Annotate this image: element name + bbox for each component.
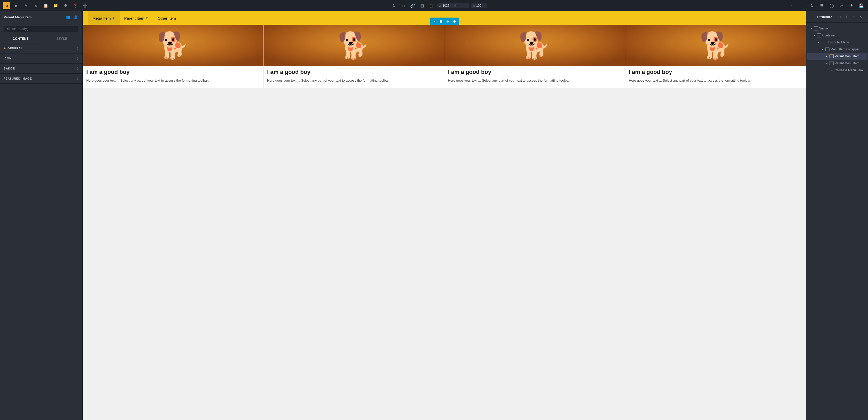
copy-icon[interactable]: 📋 bbox=[42, 2, 50, 9]
zoom-input[interactable] bbox=[476, 4, 486, 7]
download-icon[interactable]: ⇓ bbox=[844, 14, 850, 20]
section-chevron: ▼ bbox=[809, 27, 813, 30]
drag-icon[interactable]: ✚ bbox=[451, 18, 458, 25]
width-label: W bbox=[439, 4, 441, 7]
card-2-text: Here goes your text ... Select any part … bbox=[267, 78, 440, 83]
featured-image-section[interactable]: FEATURED IMAGE ❯ bbox=[0, 74, 83, 84]
right-panel-header: ⌃ Structure □ ⇓ ␡ ↖ bbox=[806, 11, 868, 23]
help-icon[interactable]: ❓ bbox=[71, 2, 79, 9]
parent1-icon bbox=[830, 54, 834, 58]
external-icon[interactable]: ↗ bbox=[838, 2, 845, 9]
tree-childless-menu-item[interactable]: Childless Menu Item bbox=[807, 67, 867, 74]
plus-icon[interactable]: ➕ bbox=[81, 2, 89, 9]
nav-mega-item-label: Mega Item bbox=[92, 16, 111, 21]
gear-icon[interactable]: ⚙ bbox=[61, 2, 69, 9]
move-icon[interactable]: ✥ bbox=[444, 18, 451, 25]
parent2-chevron: ► bbox=[825, 62, 829, 65]
nav-other-item-label: Other Item bbox=[158, 16, 176, 21]
wrapper-chevron: ▼ bbox=[821, 47, 824, 51]
card-1-image bbox=[83, 25, 263, 66]
section-icon bbox=[814, 26, 818, 30]
right-panel-title: Structure bbox=[817, 15, 832, 19]
tree-parent-menu-item-1[interactable]: ► Parent Menu Item bbox=[807, 53, 867, 60]
history-icon[interactable]: ↻ bbox=[808, 2, 816, 9]
delete-icon[interactable]: ␡ bbox=[851, 14, 857, 20]
tree-menu-items-wrapper[interactable]: ▼ Menu Items Wrapper bbox=[807, 46, 867, 53]
element-toolbar-strip: ✓ ☷ ✥ ✚ bbox=[430, 18, 459, 25]
copy2-icon[interactable]: □ bbox=[836, 14, 843, 20]
hmenu-icon bbox=[821, 40, 826, 44]
childless-label: Childless Menu Item bbox=[835, 68, 865, 72]
tree-container[interactable]: ▼ Container bbox=[807, 32, 867, 39]
icon-section[interactable]: ICON ❯ bbox=[0, 54, 83, 64]
badge-label: BADGE bbox=[4, 67, 15, 70]
height-input[interactable] bbox=[457, 4, 468, 7]
nav-parent-item-label: Parent Item bbox=[124, 16, 145, 21]
zoom-label: % bbox=[473, 4, 475, 7]
shield-icon[interactable]: ◈ bbox=[32, 2, 40, 9]
card-2-body: I am a good boy Here goes your text ... … bbox=[264, 66, 444, 83]
card-2-image bbox=[264, 25, 444, 66]
parent1-label: Parent Menu Item bbox=[835, 55, 865, 58]
card-4: I am a good boy Here goes your text ... … bbox=[625, 25, 806, 88]
card-1-text: Here goes your text ... Select any part … bbox=[86, 78, 259, 83]
tab-content[interactable]: CONTENT bbox=[0, 35, 41, 43]
element-id-field[interactable]: #brxe-pwadyj bbox=[4, 26, 79, 32]
grid-icon[interactable]: ☷ bbox=[438, 18, 444, 25]
card-3: I am a good boy Here goes your text ... … bbox=[444, 25, 625, 88]
right-panel: ⌃ Structure □ ⇓ ␡ ↖ ▼ Section ▼ Containe… bbox=[806, 11, 868, 420]
layers-icon[interactable]: ☰ bbox=[818, 2, 826, 9]
save-icon[interactable]: 💾 bbox=[857, 2, 865, 9]
hmenu-chevron: ▼ bbox=[816, 40, 820, 44]
tree-section[interactable]: ▼ Section bbox=[807, 25, 867, 32]
expand-icon[interactable]: ↖ bbox=[858, 14, 864, 20]
mobile-icon[interactable]: 📱 bbox=[428, 2, 435, 9]
badge-section[interactable]: BADGE ❯ bbox=[0, 64, 83, 74]
scroll-up-icon[interactable]: ⌃ bbox=[810, 15, 813, 19]
tree-horizontal-menu[interactable]: ▼ Horizontal Menu bbox=[807, 39, 867, 46]
zoom-control: % bbox=[471, 3, 487, 8]
tab-style[interactable]: STYLE bbox=[41, 35, 83, 43]
left-panel-title: Parent Menu Item bbox=[4, 15, 32, 19]
card-grid: I am a good boy Here goes your text ... … bbox=[83, 25, 806, 88]
container-icon bbox=[817, 33, 821, 37]
canvas-content: I am a good boy Here goes your text ... … bbox=[83, 25, 806, 420]
childless-chevron bbox=[825, 68, 829, 72]
folder-icon[interactable]: 📁 bbox=[52, 2, 59, 9]
container-chevron: ▼ bbox=[812, 34, 816, 37]
card-1-title: I am a good boy bbox=[86, 69, 259, 75]
canvas-nav: Mega Item ▼ Parent Item ▼ Other Item ✓ ☷… bbox=[83, 11, 806, 25]
icon-label: ICON bbox=[4, 57, 11, 60]
undo-icon[interactable]: ↻ bbox=[390, 2, 398, 9]
collapse-icon[interactable]: ✓ bbox=[431, 18, 437, 25]
top-toolbar: b ▶ ✎ ◈ 📋 📁 ⚙ ❓ ➕ ↻ □ 🔗 ▤ 📱 W H % ← → ↻ … bbox=[0, 0, 868, 11]
featured-image-chevron: ❯ bbox=[76, 77, 79, 80]
section-label: Section bbox=[819, 27, 865, 30]
redo-icon[interactable]: → bbox=[798, 2, 806, 9]
card-4-image bbox=[625, 25, 806, 66]
element-icon[interactable]: □ bbox=[400, 2, 407, 9]
eye-icon[interactable]: 👁 bbox=[847, 2, 855, 9]
nav-other-item[interactable]: Other Item bbox=[153, 11, 181, 25]
width-input[interactable] bbox=[442, 4, 453, 7]
pen-icon[interactable]: ✎ bbox=[22, 2, 30, 9]
parent2-icon bbox=[830, 61, 834, 65]
left-panel-header: Parent Menu Item 👥 👤 bbox=[0, 11, 83, 23]
card-2: I am a good boy Here goes your text ... … bbox=[264, 25, 444, 88]
parent2-label: Parent Menu Item bbox=[835, 62, 865, 65]
cursor-icon[interactable]: ▶ bbox=[12, 2, 20, 9]
nav-parent-item[interactable]: Parent Item ▼ bbox=[120, 11, 153, 25]
general-section[interactable]: GENERAL ❯ bbox=[0, 43, 83, 54]
person-icon[interactable]: 👥 bbox=[65, 14, 71, 20]
nav-mega-item[interactable]: Mega Item ▼ bbox=[88, 11, 120, 25]
parent1-chevron: ► bbox=[825, 55, 829, 58]
app-logo[interactable]: b bbox=[3, 2, 10, 9]
link-icon[interactable]: 🔗 bbox=[409, 2, 417, 9]
user-icon[interactable]: 👤 bbox=[72, 14, 79, 20]
canvas-empty-area bbox=[83, 88, 806, 420]
wordpress-icon[interactable]: ◯ bbox=[828, 2, 835, 9]
undo2-icon[interactable]: ← bbox=[788, 2, 796, 9]
tablet-icon[interactable]: ▤ bbox=[418, 2, 426, 9]
tree-parent-menu-item-2[interactable]: ► Parent Menu Item bbox=[807, 60, 867, 67]
card-3-text: Here goes your text ... Select any part … bbox=[448, 78, 621, 83]
